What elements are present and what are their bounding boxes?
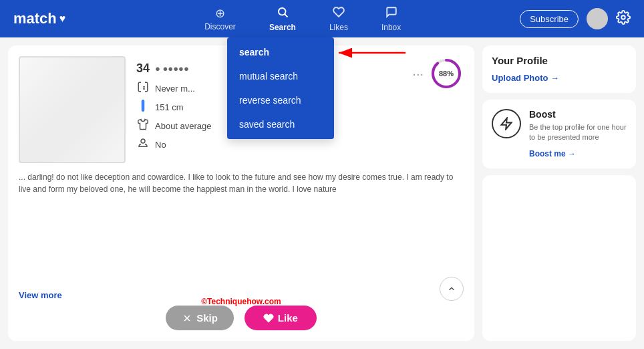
children-icon bbox=[136, 137, 150, 152]
nav-likes-label: Likes bbox=[329, 23, 348, 32]
subscribe-button[interactable]: Subscribe bbox=[520, 10, 579, 28]
boost-card: Boost Be the top profile for one hour to… bbox=[482, 100, 636, 168]
discover-icon: ⊕ bbox=[215, 6, 225, 21]
your-profile-card: Your Profile Upload Photo → bbox=[482, 45, 636, 93]
boost-title: Boost bbox=[529, 109, 627, 120]
dropdown-saved-search-label: saved search bbox=[239, 119, 295, 130]
like-label: Like bbox=[278, 312, 298, 324]
dropdown-search-label: search bbox=[239, 47, 269, 57]
profile-body: About average bbox=[155, 121, 212, 131]
logo-heart-icon: ♥ bbox=[59, 13, 66, 25]
gear-icon[interactable] bbox=[616, 10, 631, 28]
match-circle: 88% bbox=[429, 56, 464, 91]
nav-likes[interactable]: Likes bbox=[329, 6, 348, 32]
three-dots-menu[interactable]: ··· bbox=[412, 66, 424, 82]
svg-marker-11 bbox=[502, 118, 512, 130]
svg-point-2 bbox=[621, 15, 625, 19]
dropdown-reverse-search-label: reverse search bbox=[239, 95, 301, 106]
upload-photo-link[interactable]: Upload Photo → bbox=[492, 73, 559, 83]
profile-photo bbox=[19, 56, 126, 163]
profile-children: No bbox=[155, 140, 166, 150]
dropdown-item-mutual-search[interactable]: mutual search bbox=[227, 64, 334, 88]
inbox-icon bbox=[385, 6, 397, 21]
likes-icon bbox=[333, 6, 345, 21]
avatar[interactable] bbox=[587, 8, 608, 29]
profile-height: 151 cm bbox=[155, 102, 184, 112]
dropdown-mutual-search-label: mutual search bbox=[239, 71, 298, 82]
like-button[interactable]: Like bbox=[245, 306, 317, 330]
profile-relationship: Never m... bbox=[155, 84, 195, 94]
nav-search[interactable]: Search bbox=[269, 6, 296, 32]
svg-point-6 bbox=[141, 139, 145, 143]
right-panel: Your Profile Upload Photo → Boost Be the… bbox=[482, 45, 636, 341]
svg-rect-5 bbox=[142, 100, 145, 112]
match-circle-container: ··· 88% bbox=[412, 56, 464, 91]
boost-description: Be the top profile for one hour to be pr… bbox=[529, 122, 627, 143]
skip-label: Skip bbox=[196, 312, 218, 324]
copyright-text: ©Techniquehow.com bbox=[201, 297, 281, 306]
nav-search-label: Search bbox=[269, 23, 296, 32]
boost-info: Boost Be the top profile for one hour to… bbox=[529, 109, 627, 159]
relationship-icon bbox=[136, 81, 150, 96]
search-icon bbox=[277, 6, 289, 21]
boost-icon bbox=[492, 109, 521, 138]
scroll-up-button[interactable] bbox=[440, 277, 464, 301]
svg-line-1 bbox=[285, 14, 287, 17]
profile-location: ● ●●●●● bbox=[155, 64, 189, 74]
dropdown-item-search[interactable]: search bbox=[227, 40, 334, 64]
nav-inbox[interactable]: Inbox bbox=[381, 6, 401, 32]
header-right: Subscribe bbox=[520, 8, 631, 29]
nav-inbox-label: Inbox bbox=[381, 23, 401, 32]
nav-discover[interactable]: ⊕ Discover bbox=[204, 6, 236, 31]
dropdown-item-reverse-search[interactable]: reverse search bbox=[227, 88, 334, 112]
main-nav: ⊕ Discover Search Likes Inbox bbox=[86, 6, 520, 32]
match-percent: 88% bbox=[439, 70, 454, 78]
boost-me-link[interactable]: Boost me → bbox=[529, 149, 576, 158]
body-icon bbox=[136, 118, 150, 133]
profile-age: 34 bbox=[136, 62, 150, 76]
logo-text: match bbox=[13, 10, 57, 27]
dropdown-item-saved-search[interactable]: saved search bbox=[227, 112, 334, 136]
search-dropdown-menu: search mutual search reverse search save… bbox=[227, 37, 334, 139]
skip-button[interactable]: Skip bbox=[166, 306, 234, 330]
header: match♥ ⊕ Discover Search Likes Inbox Sub… bbox=[0, 0, 644, 37]
your-profile-title: Your Profile bbox=[492, 55, 627, 66]
height-icon bbox=[136, 100, 150, 114]
third-card bbox=[482, 175, 636, 341]
profile-children-row: No bbox=[136, 137, 464, 152]
svg-point-0 bbox=[279, 8, 286, 15]
photo-shine bbox=[20, 57, 124, 162]
nav-discover-label: Discover bbox=[204, 22, 236, 31]
logo[interactable]: match♥ bbox=[13, 10, 65, 27]
profile-bio: ... darling! do not like deception and c… bbox=[19, 171, 464, 285]
